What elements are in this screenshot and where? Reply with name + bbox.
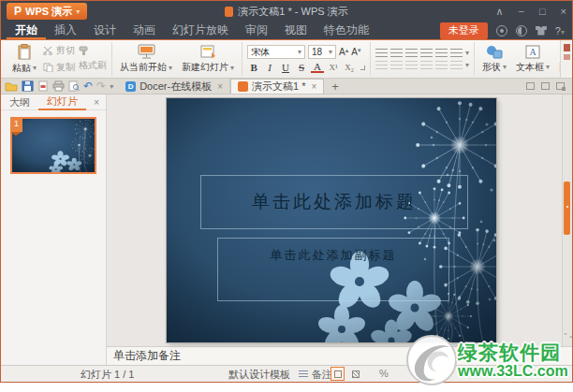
status-bar: 幻灯片 1 / 1 默认设计模板 备注 % [1,365,572,382]
copy-button[interactable]: 复制 [43,61,75,74]
dropdown-icon: ▾ [546,63,550,71]
align-right-icon[interactable] [405,61,418,70]
wps-menu-button[interactable]: P WPS 演示 ▾ [7,3,87,20]
notes-pane[interactable]: 单击添加备注 [107,346,572,365]
numbering-icon[interactable] [390,49,403,58]
align-left-icon[interactable] [375,61,388,70]
tab-insert[interactable]: 插入 [46,22,85,39]
slide-canvas[interactable]: 单击此处添加标题 单击此处添加副标题 [167,98,496,342]
tab-home[interactable]: 开始 [7,22,46,39]
play-from-current-button[interactable]: 从当前开始▾ [117,44,175,74]
distribute-icon[interactable] [435,61,448,70]
outline-tab[interactable]: 大纲 [1,94,38,109]
increase-font-button[interactable]: A▴ [339,47,348,57]
message-icon[interactable] [496,25,507,36]
undo-button[interactable]: ↶ [83,81,93,91]
text-direction-icon[interactable] [450,61,463,70]
subtitle-placeholder[interactable]: 单击此处添加副标题 [217,238,449,301]
print-preview-icon[interactable] [68,80,80,92]
normal-view-button[interactable] [331,367,345,381]
slide-nav-arrows[interactable]: ⌃⌄ [563,333,570,339]
help-icon[interactable]: ?▾ [555,25,565,36]
skin-icon[interactable] [536,26,547,36]
ribbon-tab-bar: 开始 插入 设计 动画 幻灯片放映 审阅 视图 特色功能 未登录 ?▾ [1,22,572,40]
zoom-percent-label: % [379,368,389,379]
decrease-font-button[interactable]: A▾ [351,47,360,57]
slideshow-view-button[interactable] [348,367,362,381]
bullets-icon[interactable] [375,49,388,58]
external-window-icon[interactable] [556,82,565,90]
doc-tab-docer[interactable]: D Docer-在线模板 × [119,79,230,94]
textbox-button[interactable]: A 文本框▾ [513,45,552,74]
design-template-label[interactable]: 默认设计模板 [228,368,290,382]
font-family-combo[interactable]: 宋体▾ [247,45,305,59]
format-painter-button[interactable]: 格式刷 [79,59,107,72]
new-tab-button[interactable]: + [324,80,346,94]
columns-icon[interactable] [450,49,463,58]
cut-button[interactable]: 剪切 [43,44,75,57]
tab-animation[interactable]: 动画 [125,22,164,39]
line-spacing-icon[interactable] [435,49,448,58]
paste-icon [17,44,32,60]
docer-icon: D [125,81,136,92]
dropdown-icon: ▾ [465,61,469,69]
align-center-icon[interactable] [390,61,403,70]
close-tab-icon[interactable]: × [311,81,316,92]
insert-group: 形状▾ A 文本框▾ 图片▾ [475,42,572,76]
shapes-button[interactable]: 形状▾ [479,45,509,74]
close-button[interactable]: × [561,6,566,18]
slide-thumbnail-art [12,119,95,172]
projector-icon [138,44,155,59]
font-color-button[interactable]: A [311,62,324,73]
strikethrough-button[interactable]: S [295,62,308,73]
italic-button[interactable]: I [263,62,276,73]
format-painter-icon-button[interactable] [79,46,107,55]
export-pdf-icon[interactable] [37,80,49,92]
tab-review[interactable]: 审阅 [237,22,276,39]
slide-panel: 大纲 幻灯片 × 1 [1,94,107,365]
minimize-button[interactable]: − [518,6,523,18]
superscript-button[interactable]: X¹ [327,63,340,72]
font-dialog-launcher-icon[interactable] [360,65,365,70]
increase-indent-icon[interactable] [420,49,433,58]
clipped-side-panel[interactable] [560,40,572,78]
font-group: 宋体▾ 18▾ A▴ A▾ B I U S A X¹ X₂ [242,42,371,76]
title-placeholder[interactable]: 单击此处添加标题 [200,175,468,229]
slide-thumbnail-1[interactable]: 1 [10,117,96,174]
dropdown-icon: ▾ [33,64,37,72]
new-slide-icon [200,44,216,59]
decrease-indent-icon[interactable] [405,49,418,58]
tab-special-features[interactable]: 特色功能 [316,22,377,39]
subscript-button[interactable]: X₂ [343,63,356,72]
tab-slideshow[interactable]: 幻灯片放映 [164,22,237,39]
paste-button[interactable]: 粘贴▾ [9,44,39,75]
close-tab-icon[interactable]: × [217,81,223,92]
redo-button[interactable]: ↷ [96,81,106,91]
collapse-ribbon-button[interactable]: ∧ [495,6,503,18]
slideshow-group: 从当前开始▾ 新建幻灯片▾ [112,42,242,76]
dropdown-icon: ▾ [76,7,80,16]
scissors-icon [43,46,53,55]
task-pane-handle[interactable] [564,181,570,235]
close-panel-icon[interactable]: × [94,97,106,108]
layout-icon[interactable] [541,82,550,90]
font-size-combo[interactable]: 18▾ [308,45,336,59]
open-folder-icon[interactable] [5,80,18,92]
maximize-button[interactable]: □ [539,6,546,18]
tab-design[interactable]: 设计 [85,22,125,39]
tab-view[interactable]: 视图 [276,22,316,39]
new-slide-button[interactable]: 新建幻灯片▾ [179,44,237,74]
notes-toggle[interactable]: 备注 [299,368,332,382]
eye-protect-icon[interactable] [516,25,527,36]
slides-tab[interactable]: 幻灯片 [38,94,86,110]
doc-tab-presentation[interactable]: 演示文稿1 * × [230,79,324,94]
print-icon[interactable] [52,80,65,92]
app-name: WPS 演示 [25,5,72,19]
justify-icon[interactable] [420,61,433,70]
qat-dropdown-icon[interactable]: ▾ [110,82,113,91]
bold-button[interactable]: B [247,62,260,73]
underline-button[interactable]: U [279,62,292,73]
workspace-icon[interactable] [526,82,535,90]
login-button[interactable]: 未登录 [440,22,488,39]
save-icon[interactable] [22,80,34,92]
